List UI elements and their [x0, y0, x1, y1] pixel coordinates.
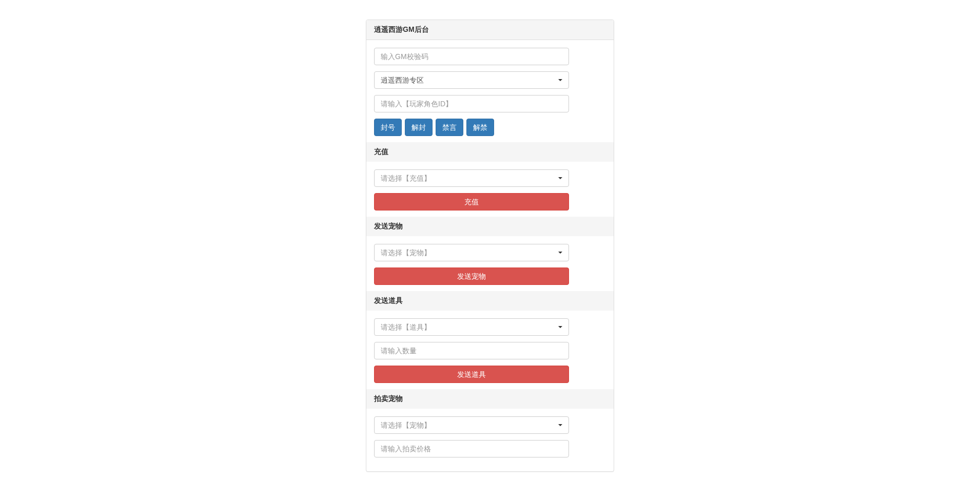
panel-body: 逍遥西游专区 封号 解封 禁言 解禁 充值 请选择【充值】 充值	[366, 40, 614, 471]
player-id-input[interactable]	[374, 95, 569, 112]
auction-price-input[interactable]	[374, 440, 569, 457]
unmute-button[interactable]: 解禁	[466, 119, 494, 136]
auction-section-header: 拍卖宠物	[366, 389, 614, 409]
caret-down-icon	[558, 424, 562, 426]
caret-down-icon	[558, 252, 562, 254]
ban-button[interactable]: 封号	[374, 119, 402, 136]
panel-title: 逍遥西游GM后台	[366, 20, 614, 40]
gm-admin-panel: 逍遥西游GM后台 逍遥西游专区 封号 解封 禁言 解禁 充值	[366, 20, 614, 472]
pet-select[interactable]: 请选择【宠物】	[374, 244, 569, 261]
caret-down-icon	[558, 177, 562, 179]
caret-down-icon	[558, 326, 562, 328]
auction-pet-select-placeholder: 请选择【宠物】	[381, 421, 431, 429]
unban-button[interactable]: 解封	[405, 119, 433, 136]
recharge-section-header: 充值	[366, 142, 614, 162]
send-pet-button[interactable]: 发送宠物	[374, 267, 569, 285]
caret-down-icon	[558, 79, 562, 81]
gm-verify-input[interactable]	[374, 48, 569, 65]
recharge-select[interactable]: 请选择【充值】	[374, 169, 569, 187]
recharge-select-placeholder: 请选择【充值】	[381, 174, 431, 182]
recharge-button[interactable]: 充值	[374, 193, 569, 211]
item-select-placeholder: 请选择【道具】	[381, 323, 431, 331]
pet-select-placeholder: 请选择【宠物】	[381, 249, 431, 257]
server-select[interactable]: 逍遥西游专区	[374, 71, 569, 89]
server-select-value: 逍遥西游专区	[381, 76, 424, 84]
item-quantity-input[interactable]	[374, 342, 569, 359]
send-item-button[interactable]: 发送道具	[374, 366, 569, 383]
auction-pet-select[interactable]: 请选择【宠物】	[374, 416, 569, 434]
item-select[interactable]: 请选择【道具】	[374, 318, 569, 336]
item-section-header: 发送道具	[366, 291, 614, 311]
pet-section-header: 发送宠物	[366, 217, 614, 236]
mute-button[interactable]: 禁言	[436, 119, 463, 136]
